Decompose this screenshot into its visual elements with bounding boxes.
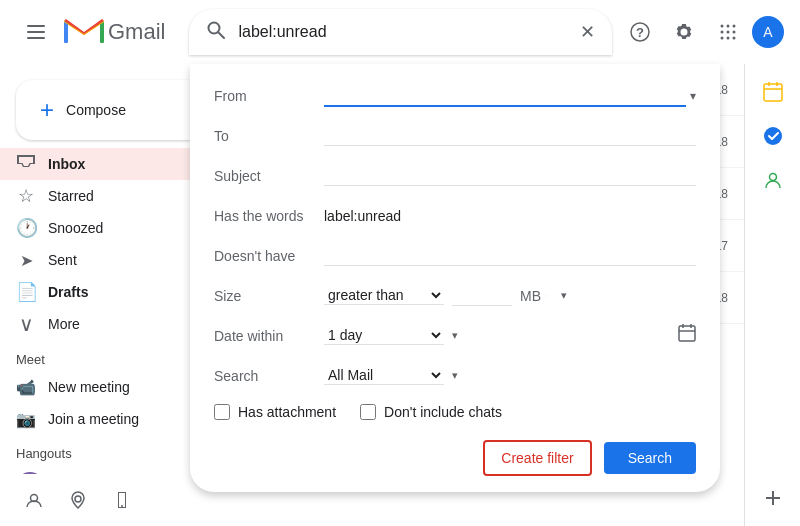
drafts-label: Drafts	[48, 284, 209, 300]
new-meeting-label: New meeting	[48, 379, 130, 395]
svg-point-14	[733, 31, 736, 34]
svg-point-10	[727, 25, 730, 28]
search-input[interactable]	[238, 23, 572, 41]
search-dropdown: From ▾ To Subject Has the words label:un…	[190, 64, 720, 492]
no-chats-checkbox-label[interactable]: Don't include chats	[360, 404, 502, 420]
avatar[interactable]: A	[752, 16, 784, 48]
size-unit-arrow[interactable]: ▾	[561, 289, 567, 302]
sent-icon: ➤	[16, 251, 36, 270]
checkboxes-row: Has attachment Don't include chats	[214, 396, 696, 432]
svg-rect-4	[100, 21, 104, 43]
doesnt-have-field-row: Doesn't have	[214, 236, 696, 276]
search-button[interactable]: Search	[604, 442, 696, 474]
new-meeting-icon: 📹	[16, 378, 36, 397]
search-in-controls: All MailInboxStarredSentDrafts ▾	[324, 366, 696, 385]
has-words-field-row: Has the words label:unread	[214, 196, 696, 236]
from-dropdown-arrow[interactable]: ▾	[690, 89, 696, 103]
search-icon	[206, 20, 226, 45]
search-bar[interactable]: ✕	[189, 9, 612, 55]
search-bar-container: ✕	[189, 9, 612, 55]
svg-rect-2	[27, 37, 45, 39]
search-in-label: Search	[214, 368, 324, 384]
user-settings-icon[interactable]	[16, 482, 52, 518]
size-comparison-select[interactable]: greater than less than	[324, 286, 444, 305]
calendar-panel-icon[interactable]	[753, 72, 793, 112]
help-button[interactable]: ?	[620, 12, 660, 52]
from-input[interactable]	[324, 85, 686, 107]
search-in-arrow[interactable]: ▾	[452, 369, 458, 382]
snoozed-icon: 🕐	[16, 217, 36, 239]
more-icon: ∨	[16, 312, 36, 336]
has-attachment-checkbox[interactable]	[214, 404, 230, 420]
size-unit-select[interactable]: MBKBBytes	[543, 286, 553, 305]
svg-point-25	[769, 174, 776, 181]
date-controls: 1 day3 days1 week2 weeks1 month ▾	[324, 324, 696, 347]
svg-rect-28	[679, 326, 695, 341]
join-meeting-label: Join a meeting	[48, 411, 139, 427]
date-label: Date within	[214, 328, 324, 344]
svg-point-17	[733, 37, 736, 40]
svg-point-16	[727, 37, 730, 40]
create-filter-button[interactable]: Create filter	[483, 440, 591, 476]
date-field-row: Date within 1 day3 days1 week2 weeks1 mo…	[214, 316, 696, 356]
phone-icon[interactable]	[104, 482, 140, 518]
svg-point-19	[75, 496, 81, 502]
svg-point-15	[721, 37, 724, 40]
svg-line-6	[218, 32, 224, 38]
location-icon[interactable]	[60, 482, 96, 518]
from-label: From	[214, 88, 324, 104]
doesnt-have-input[interactable]	[324, 245, 696, 266]
subject-label: Subject	[214, 168, 324, 184]
contacts-panel-icon[interactable]	[753, 160, 793, 200]
svg-rect-3	[64, 21, 68, 43]
to-field-row: To	[214, 116, 696, 156]
inbox-label: Inbox	[48, 156, 203, 172]
to-label: To	[214, 128, 324, 144]
no-chats-label: Don't include chats	[384, 404, 502, 420]
apps-button[interactable]	[708, 12, 748, 52]
doesnt-have-label: Doesn't have	[214, 248, 324, 264]
action-row: Create filter Search	[214, 432, 696, 476]
has-attachment-checkbox-label[interactable]: Has attachment	[214, 404, 336, 420]
compose-plus-icon: +	[40, 96, 54, 124]
svg-point-13	[727, 31, 730, 34]
tasks-panel-icon[interactable]	[753, 116, 793, 156]
header-right: ? A	[620, 12, 784, 52]
has-words-label: Has the words	[214, 208, 324, 224]
hangouts-section-label: Hangouts	[16, 446, 72, 461]
calendar-icon[interactable]	[678, 324, 696, 347]
gmail-logo-text: Gmail	[108, 19, 165, 45]
svg-point-9	[721, 25, 724, 28]
date-arrow[interactable]: ▾	[452, 329, 458, 342]
compose-label: Compose	[66, 102, 126, 118]
date-within-select[interactable]: 1 day3 days1 week2 weeks1 month	[324, 326, 444, 345]
search-in-select[interactable]: All MailInboxStarredSentDrafts	[324, 366, 444, 385]
size-label: Size	[214, 288, 324, 304]
right-panel-add-button[interactable]	[753, 478, 793, 518]
header: Gmail ✕ ?	[0, 0, 800, 64]
svg-rect-1	[27, 31, 45, 33]
menu-icon[interactable]	[16, 12, 56, 52]
size-value-input[interactable]	[452, 285, 512, 306]
size-controls: greater than less than MB MBKBBytes ▾	[324, 285, 696, 306]
no-chats-checkbox[interactable]	[360, 404, 376, 420]
svg-rect-20	[764, 84, 782, 101]
starred-icon: ☆	[16, 185, 36, 207]
subject-input[interactable]	[324, 165, 696, 186]
drafts-icon: 📄	[16, 281, 36, 303]
svg-rect-0	[27, 25, 45, 27]
gmail-logo: Gmail	[64, 17, 165, 47]
join-meeting-icon: 📷	[16, 410, 36, 429]
search-clear-icon[interactable]: ✕	[580, 21, 595, 43]
size-unit-label: MB	[520, 288, 545, 304]
subject-field-row: Subject	[214, 156, 696, 196]
has-words-value: label:unread	[324, 208, 696, 224]
svg-point-12	[721, 31, 724, 34]
svg-point-11	[733, 25, 736, 28]
settings-button[interactable]	[664, 12, 704, 52]
inbox-icon	[16, 153, 36, 176]
size-field-row: Size greater than less than MB MBKBBytes…	[214, 276, 696, 316]
to-input[interactable]	[324, 125, 696, 146]
has-attachment-label: Has attachment	[238, 404, 336, 420]
search-in-field-row: Search All MailInboxStarredSentDrafts ▾	[214, 356, 696, 396]
